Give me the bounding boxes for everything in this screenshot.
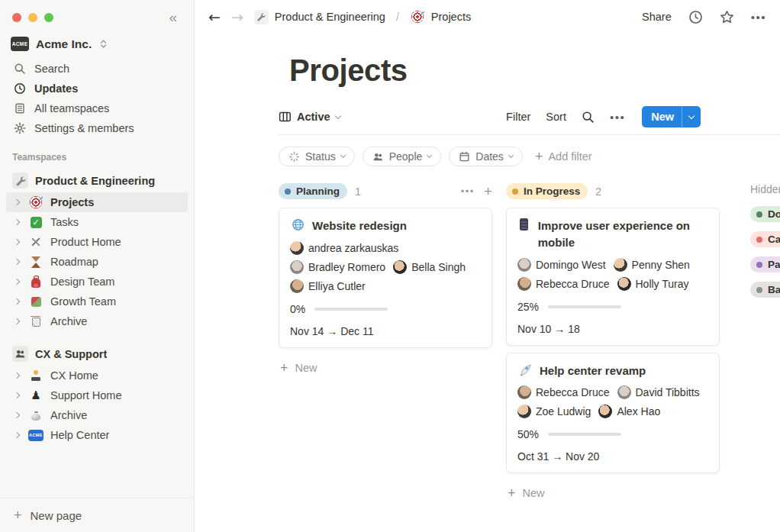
add-filter-button[interactable]: + Add filter (535, 150, 592, 163)
card-progress: 25% (517, 301, 708, 313)
filter-chip-status[interactable]: Status (279, 147, 355, 166)
forward-arrow-icon[interactable]: → (231, 8, 243, 25)
sidebar-item-growth-team[interactable]: Growth Team (6, 292, 188, 311)
sidebar-item-support-home[interactable]: ♟ Support Home (6, 385, 188, 405)
breadcrumb-item[interactable]: Product & Engineering (275, 11, 385, 23)
status-pill-backlog[interactable]: Backlog (750, 282, 780, 298)
acme-badge-icon: ACME (28, 430, 44, 441)
filter-button[interactable]: Filter (506, 111, 530, 123)
close-window-button[interactable] (12, 13, 21, 22)
new-card-label: New (523, 487, 545, 499)
column-new-card-button[interactable]: + New (506, 480, 720, 506)
curling-stone-icon (28, 411, 44, 421)
more-options-icon[interactable]: ••• (610, 111, 625, 124)
avatar (617, 385, 631, 399)
card-people: Rebecca Druce David Tibbitts Zoe Ludwig … (517, 385, 708, 418)
workspace-switcher[interactable]: ACME Acme Inc. (0, 31, 194, 57)
chevron-right-icon[interactable] (12, 373, 21, 378)
wrench-icon[interactable] (254, 10, 269, 24)
sidebar-item-projects[interactable]: Projects (6, 192, 188, 212)
chevron-right-icon[interactable] (12, 220, 21, 224)
sidebar-item-label: All teamspaces (34, 102, 109, 114)
sidebar-item-label: Roadmap (50, 256, 98, 268)
chevron-right-icon[interactable] (12, 279, 21, 284)
page-title[interactable]: Projects (289, 53, 408, 88)
new-button-label[interactable]: New (642, 106, 682, 127)
progress-label: 50% (517, 428, 539, 440)
status-pill-canceled[interactable]: Canceled (750, 231, 780, 247)
favorite-star-icon[interactable] (720, 10, 734, 24)
person: Rebecca Druce (517, 385, 610, 399)
new-button-dropdown[interactable] (682, 106, 701, 127)
sidebar-item-tasks[interactable]: ✓ Tasks (6, 212, 188, 232)
avatar (517, 405, 531, 418)
new-card-label: New (295, 362, 317, 374)
chip-label: Status (305, 150, 336, 163)
new-button[interactable]: New (642, 106, 701, 127)
share-button[interactable]: Share (642, 11, 672, 23)
filter-chip-people[interactable]: People (363, 147, 442, 166)
chevron-right-icon[interactable] (12, 393, 21, 398)
chevron-right-icon[interactable] (12, 299, 21, 304)
collapse-sidebar-icon[interactable]: « (169, 10, 177, 24)
sidebar-item-roadmap[interactable]: Roadmap (6, 252, 188, 272)
column-add-icon[interactable]: + (484, 184, 492, 198)
project-card-improve-ux-mobile[interactable]: Improve user experience on mobile Doming… (506, 208, 720, 346)
sidebar-item-cx-archive[interactable]: Archive (6, 405, 188, 425)
tools-icon (28, 237, 44, 247)
plus-icon: + (14, 508, 22, 522)
project-card-help-center-revamp[interactable]: Help center revamp Rebecca Druce David T… (506, 353, 720, 474)
person: Bradley Romero (290, 260, 385, 274)
sidebar-item-search[interactable]: Search (6, 59, 188, 79)
page-title-row: Projects (279, 53, 780, 88)
sidebar-item-product-home[interactable]: Product Home (6, 232, 188, 252)
minimize-window-button[interactable] (28, 13, 37, 22)
card-title-row: Website redesign (290, 218, 481, 234)
status-pill-paused[interactable]: Paused (750, 256, 780, 272)
chevron-right-icon[interactable] (12, 319, 21, 324)
sidebar-item-help-center[interactable]: ACME Help Center (6, 425, 188, 445)
person: andrea zarkauskas (290, 241, 398, 255)
card-title-row: Help center revamp (517, 363, 708, 379)
chevron-right-icon[interactable] (12, 240, 21, 244)
person: Elliya Cutler (290, 279, 366, 293)
sidebar-item-cx-support[interactable]: CX & Support (6, 342, 188, 366)
zoom-window-button[interactable] (44, 13, 53, 22)
chevron-right-icon[interactable] (12, 200, 21, 205)
card-date-range: Nov 10 → 18 (517, 323, 708, 335)
chevron-right-icon[interactable] (12, 433, 21, 437)
workspace-logo: ACME (11, 37, 29, 51)
project-card-website-redesign[interactable]: Website redesign andrea zarkauskas Bradl… (279, 208, 492, 348)
column-more-icon[interactable]: ••• (461, 185, 475, 197)
plus-icon: + (508, 486, 516, 500)
sidebar-item-design-team[interactable]: Design Team (6, 272, 188, 292)
more-options-icon[interactable]: ••• (751, 11, 766, 24)
status-pill-done[interactable]: Done (750, 206, 780, 222)
new-page-button[interactable]: + New page (0, 498, 194, 532)
sidebar-item-all-teamspaces[interactable]: All teamspaces (6, 98, 188, 118)
chevron-right-icon[interactable] (12, 413, 21, 418)
status-pill-planning[interactable]: Planning (279, 183, 347, 199)
history-clock-icon[interactable] (688, 10, 703, 24)
sidebar-item-cx-home[interactable]: CX Home (6, 366, 188, 385)
back-arrow-icon[interactable]: ← (208, 8, 221, 25)
breadcrumb-item[interactable]: Projects (431, 11, 471, 23)
sidebar-item-archive[interactable]: Archive (6, 311, 188, 331)
status-pill-in-progress[interactable]: In Progress (506, 183, 588, 199)
card-date-range: Oct 31 → Nov 20 (517, 450, 708, 463)
sidebar-item-product-engineering[interactable]: Product & Engineering (6, 169, 188, 192)
column-count: 2 (595, 185, 601, 198)
plus-icon: + (280, 361, 288, 375)
filter-chip-dates[interactable]: Dates (449, 147, 523, 166)
avatar (598, 405, 612, 418)
sort-button[interactable]: Sort (546, 111, 566, 123)
sidebar-item-label: Design Team (50, 276, 114, 288)
status-dot (756, 237, 762, 243)
sidebar-item-settings[interactable]: Settings & members (6, 118, 188, 138)
sidebar-item-updates[interactable]: Updates (6, 79, 188, 98)
chevron-right-icon[interactable] (12, 260, 21, 264)
search-icon[interactable] (582, 111, 595, 124)
column-new-card-button[interactable]: + New (279, 355, 492, 381)
tab-active-view[interactable]: Active (279, 111, 340, 123)
kanban-board: Planning 1 ••• + Website (279, 183, 780, 506)
